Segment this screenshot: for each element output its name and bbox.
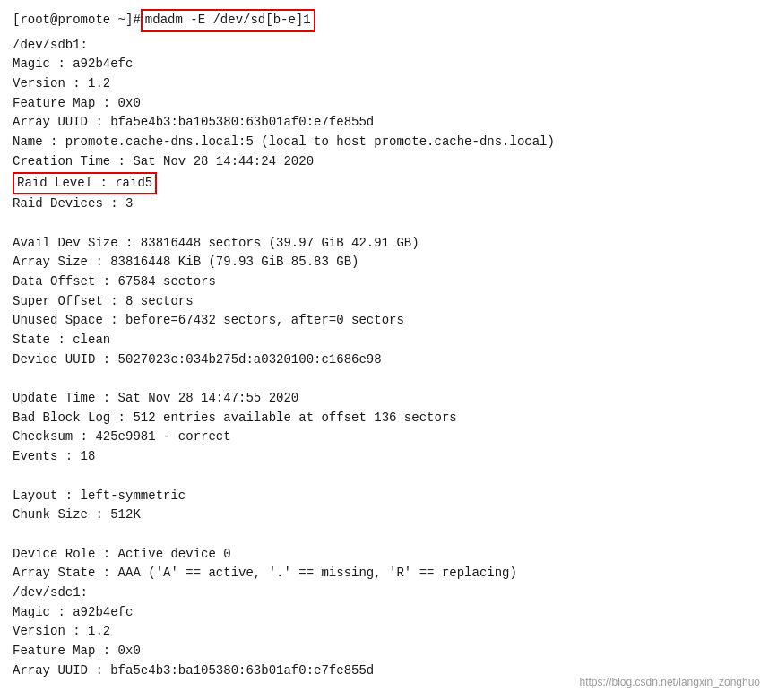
- output-line-2: Version : 1.2: [13, 74, 756, 94]
- output-line-15: Device UUID : 5027023c:034b275d:a0320100…: [13, 350, 756, 370]
- output-line-21: Chunk Size : 512K: [13, 506, 756, 525]
- output-line-16: Update Time : Sat Nov 28 14:47:55 2020: [13, 389, 756, 409]
- output-line-3: Feature Map : 0x0: [13, 94, 756, 114]
- output-line-6: Creation Time : Sat Nov 28 14:44:24 2020: [13, 152, 756, 172]
- output-line-7: Raid Level : raid5: [13, 172, 756, 195]
- output-line-12: Super Offset : 8 sectors: [13, 292, 756, 312]
- prompt-text: [root@promote ~]#: [13, 11, 141, 30]
- output-line-25: Magic : a92b4efc: [13, 603, 756, 623]
- output-line-26: Version : 1.2: [13, 622, 756, 642]
- output-line-27: Feature Map : 0x0: [13, 642, 756, 661]
- raid-level-highlight: Raid Level : raid5: [13, 172, 157, 195]
- output-line-17: Bad Block Log : 512 entries available at…: [13, 409, 756, 428]
- output-line-13: Unused Space : before=67432 sectors, aft…: [13, 311, 756, 331]
- output-line-9: Avail Dev Size : 83816448 sectors (39.97…: [13, 234, 756, 254]
- output-line-blank3: [13, 467, 756, 487]
- output-line-1: Magic : a92b4efc: [13, 55, 756, 74]
- output-line-20: Layout : left-symmetric: [13, 487, 756, 506]
- output-line-blank4: [13, 525, 756, 545]
- output-line-5: Name : promote.cache-dns.local:5 (local …: [13, 133, 756, 152]
- output-line-blank1: [13, 214, 756, 234]
- output-line-8: Raid Devices : 3: [13, 194, 756, 214]
- output-line-blank2: [13, 369, 756, 389]
- output-block: /dev/sdb1: Magic : a92b4efc Version : 1.…: [13, 36, 756, 681]
- terminal-container: [root@promote ~]# mdadm -E /dev/sd[b-e]1…: [13, 9, 756, 680]
- output-line-4: Array UUID : bfa5e4b3:ba105380:63b01af0:…: [13, 113, 756, 133]
- output-line-19: Events : 18: [13, 447, 756, 467]
- output-line-10: Array Size : 83816448 KiB (79.93 GiB 85.…: [13, 253, 756, 272]
- watermark: https://blog.csdn.net/langxin_zonghuo: [580, 674, 760, 691]
- output-line-22: Device Role : Active device 0: [13, 545, 756, 565]
- command-box: mdadm -E /dev/sd[b-e]1: [141, 9, 315, 32]
- output-line-23: Array State : AAA ('A' == active, '.' ==…: [13, 564, 756, 583]
- output-line-24: /dev/sdc1:: [13, 583, 756, 603]
- output-line-18: Checksum : 425e9981 - correct: [13, 428, 756, 447]
- output-line-14: State : clean: [13, 331, 756, 350]
- output-line-0: /dev/sdb1:: [13, 36, 756, 56]
- output-line-11: Data Offset : 67584 sectors: [13, 272, 756, 292]
- prompt-line: [root@promote ~]# mdadm -E /dev/sd[b-e]1: [13, 9, 756, 32]
